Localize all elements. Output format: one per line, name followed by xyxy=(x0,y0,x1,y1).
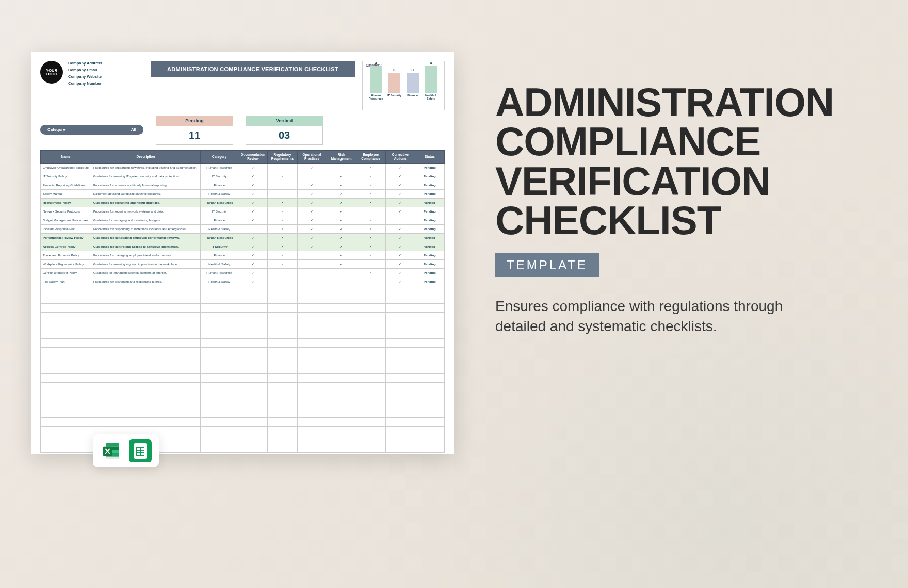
company-address: Company Address xyxy=(68,61,102,66)
cell-category: Health & Safety xyxy=(200,277,238,286)
company-number: Company Number xyxy=(68,81,102,86)
bar-value: 3 xyxy=(393,68,395,72)
column-header: Category xyxy=(200,151,238,164)
cell-desc: Guidelines for managing potential confli… xyxy=(91,268,200,277)
cell-check: ✓ xyxy=(356,268,385,277)
cell-category: IT Security xyxy=(200,207,238,216)
verified-stat: Verified 03 xyxy=(246,116,323,145)
cell-check xyxy=(356,277,385,286)
excel-icon xyxy=(100,439,123,462)
cell-name: Workplace Ergonomics Policy xyxy=(41,259,91,268)
company-website: Company Website xyxy=(68,74,102,79)
table-row-empty xyxy=(41,400,445,409)
cell-check: ✓ xyxy=(327,207,356,216)
cell-check xyxy=(297,259,327,268)
cell-status: Pending xyxy=(415,207,444,216)
table-row[interactable]: Workplace Ergonomics PolicyGuidelines fo… xyxy=(41,259,445,268)
cell-check: ✓ xyxy=(238,216,268,224)
cell-name: Safety Manual xyxy=(41,189,91,198)
table-row[interactable]: Budget Management ProceduresGuidelines f… xyxy=(41,216,445,224)
cell-check: ✓ xyxy=(385,268,415,277)
cell-check: ✓ xyxy=(327,198,356,207)
cell-check xyxy=(268,181,297,189)
table-row[interactable]: Fire Safety PlanProcedures for preventin… xyxy=(41,277,445,286)
cell-check: ✓ xyxy=(385,224,415,233)
logo-placeholder: YOUR LOGO xyxy=(40,61,63,84)
column-header: Regulatory Requirements xyxy=(268,151,297,164)
cell-name: Recruitment Policy xyxy=(41,198,91,207)
cell-name: Performance Review Policy xyxy=(41,233,91,242)
pending-stat: Pending 11 xyxy=(156,116,233,145)
cell-name: Access Control Policy xyxy=(41,242,91,251)
cell-check: ✓ xyxy=(297,198,327,207)
cell-name: Network Security Protocols xyxy=(41,207,91,216)
cell-check: ✓ xyxy=(268,233,297,242)
cell-category: Finance xyxy=(200,216,238,224)
cell-check: ✓ xyxy=(385,198,415,207)
sheet-title: ADMINISTRATION COMPLIANCE VERIFICATION C… xyxy=(151,61,355,77)
cell-check xyxy=(327,277,356,286)
cell-category: Health & Safety xyxy=(200,259,238,268)
cell-check: ✓ xyxy=(297,233,327,242)
cell-check: ✓ xyxy=(356,189,385,198)
table-row[interactable]: Recruitment PolicyGuidelines for recruit… xyxy=(41,198,445,207)
cell-desc: Guidelines for managing and monitoring b… xyxy=(91,216,200,224)
cell-status: Pending xyxy=(415,251,444,259)
table-row[interactable]: Network Security ProtocolsProcedures for… xyxy=(41,207,445,216)
cell-desc: Procedures for securing network systems … xyxy=(91,207,200,216)
cell-check: ✓ xyxy=(268,198,297,207)
column-header: Description xyxy=(91,151,200,164)
category-chart: Category 4Human Resources3IT Security3Fi… xyxy=(362,61,445,110)
verified-label: Verified xyxy=(246,116,323,126)
table-row[interactable]: Travel and Expense PolicyProcedures for … xyxy=(41,251,445,259)
table-row-empty xyxy=(41,356,445,365)
table-row-empty xyxy=(41,426,445,435)
cell-check: ✓ xyxy=(238,233,268,242)
svg-rect-1 xyxy=(106,443,119,447)
table-row-empty xyxy=(41,409,445,417)
table-row-empty xyxy=(41,373,445,382)
pending-label: Pending xyxy=(156,116,233,126)
cell-name: IT Security Policy xyxy=(41,172,91,181)
cell-category: Finance xyxy=(200,251,238,259)
app-badges xyxy=(93,434,159,467)
cell-check xyxy=(268,268,297,277)
cell-category: Human Resources xyxy=(200,163,238,172)
table-row-empty xyxy=(41,417,445,426)
verified-value: 03 xyxy=(246,126,323,145)
table-row[interactable]: Access Control PolicyGuidelines for cont… xyxy=(41,242,445,251)
table-row[interactable]: Employee Onboarding ProcedureProcedures … xyxy=(41,163,445,172)
cell-check xyxy=(297,277,327,286)
cell-status: Pending xyxy=(415,259,444,268)
cell-check xyxy=(327,163,356,172)
table-row[interactable]: Incident Response PlanProcedures for res… xyxy=(41,224,445,233)
bar xyxy=(407,73,419,93)
cell-desc: Guidelines for controlling access to sen… xyxy=(91,242,200,251)
cell-status: Pending xyxy=(415,216,444,224)
cell-check: ✓ xyxy=(268,224,297,233)
cell-desc: Procedures for managing employee travel … xyxy=(91,251,200,259)
table-row[interactable]: Conflict of Interest PolicyGuidelines fo… xyxy=(41,268,445,277)
table-row-empty xyxy=(41,338,445,347)
cell-check: ✓ xyxy=(238,163,268,172)
cell-check: ✓ xyxy=(327,233,356,242)
cell-check: ✓ xyxy=(238,172,268,181)
category-filter[interactable]: Category All xyxy=(40,125,143,135)
cell-check: ✓ xyxy=(238,181,268,189)
table-row[interactable]: IT Security PolicyGuidelines for ensurin… xyxy=(41,172,445,181)
cell-check: ✓ xyxy=(385,277,415,286)
cell-check: ✓ xyxy=(297,242,327,251)
cell-category: Finance xyxy=(200,181,238,189)
table-row[interactable]: Safety ManualDocument detailing workplac… xyxy=(41,189,445,198)
table-row-empty xyxy=(41,365,445,373)
table-row[interactable]: Financial Reporting GuidelinesProcedures… xyxy=(41,181,445,189)
table-row[interactable]: Performance Review PolicyGuidelines for … xyxy=(41,233,445,242)
cell-name: Budget Management Procedures xyxy=(41,216,91,224)
table-row-empty xyxy=(41,347,445,356)
column-header: Operational Practices xyxy=(297,151,327,164)
cell-check: ✓ xyxy=(297,189,327,198)
column-header: Name xyxy=(41,151,91,164)
cell-check: ✓ xyxy=(385,207,415,216)
bar-label: Health & Safety xyxy=(423,94,439,100)
cell-check: ✓ xyxy=(327,172,356,181)
